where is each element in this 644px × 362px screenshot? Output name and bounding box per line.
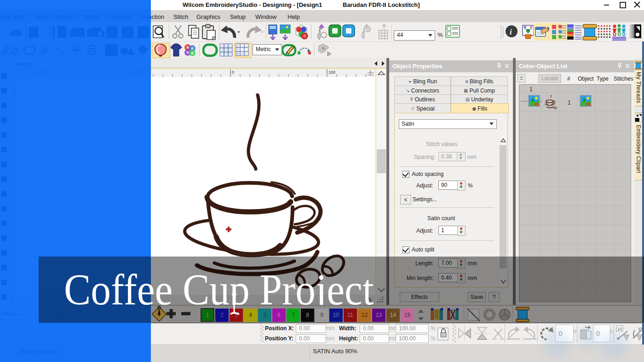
svg-text:i: i <box>510 28 512 36</box>
svg-text:100: 100 <box>328 70 335 75</box>
svg-text:1: 1 <box>529 86 533 93</box>
svg-text:0: 0 <box>232 70 234 75</box>
